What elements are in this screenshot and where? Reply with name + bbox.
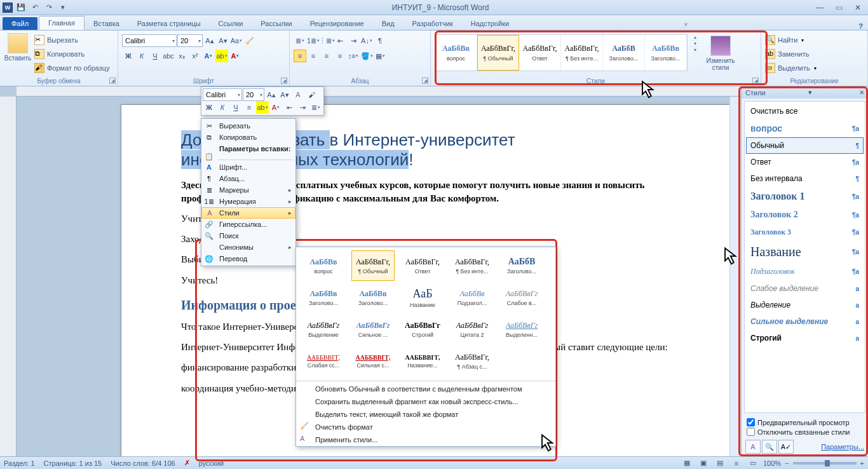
copy-button[interactable]: ⧉Копировать	[34, 47, 110, 61]
ctx-styles[interactable]: AСтили▸	[201, 207, 295, 219]
format-painter-button[interactable]: 🖌Формат по образцу	[34, 61, 110, 75]
ctx-bullets[interactable]: ≣Маркеры▸	[201, 184, 295, 196]
bold-icon[interactable]: Ж	[122, 50, 135, 62]
ctx-copy[interactable]: ⧉Копировать	[201, 132, 295, 143]
styles-launcher[interactable]: ◢	[752, 78, 759, 84]
mini-color-icon[interactable]: A	[269, 101, 282, 114]
close-button[interactable]: ✕	[850, 3, 865, 13]
pane-dropdown-icon[interactable]: ▾	[808, 88, 812, 97]
mini-underline-icon[interactable]: Ч	[229, 101, 242, 114]
submenu-style-tile[interactable]: АаБбВвГг,¶ Без инте...	[451, 250, 494, 281]
clear-formatting-icon[interactable]: 🧹	[243, 34, 256, 47]
gallery-scroll[interactable]: ▴▾▾	[690, 34, 700, 53]
submenu-clear[interactable]: 🧹Очистить формат	[296, 421, 555, 433]
font-size-combo[interactable]: 20▾	[177, 34, 203, 47]
submenu-style-tile[interactable]: АаБбВвГгСильное ...	[351, 314, 395, 344]
submenu-style-tile[interactable]: АаБбВвПодзагол...	[451, 282, 494, 313]
submenu-style-tile[interactable]: АаБбВввопрос	[302, 250, 345, 281]
tab-developer[interactable]: Разработчик	[403, 17, 462, 30]
new-style-button[interactable]: A	[745, 440, 761, 454]
mini-size-combo[interactable]: 20▾	[243, 88, 264, 101]
submenu-style-tile[interactable]: АаБбВвГгВыделенн...	[500, 314, 543, 344]
align-right-icon[interactable]: ≡	[320, 50, 333, 62]
style-inspector-button[interactable]: 🔍	[762, 440, 777, 454]
submenu-style-tile[interactable]: АаБбВвГг,¶ Обычный	[351, 250, 395, 281]
styles-clear-all[interactable]: Очистить все	[746, 103, 864, 119]
pane-close-icon[interactable]: ✕	[859, 89, 864, 96]
numbering-icon[interactable]: 1≣	[307, 34, 320, 47]
disable-linked-checkbox[interactable]: Отключить связанные стили	[747, 428, 863, 436]
text-effects-icon[interactable]: A	[202, 50, 215, 62]
styles-pane-row[interactable]: Слабое выделениеa	[746, 280, 864, 297]
submenu-style-tile[interactable]: АаБбВвГгСлабое в...	[500, 282, 543, 313]
horizontal-ruler[interactable]	[17, 86, 857, 97]
mini-bold-icon[interactable]: Ж	[203, 101, 215, 114]
tab-mailings[interactable]: Рассылки	[252, 17, 301, 30]
restore-button[interactable]: ▭	[831, 3, 846, 13]
select-button[interactable]: ▭Выделить▾	[765, 61, 817, 75]
mini-shrink-icon[interactable]: A▾	[278, 88, 291, 101]
vertical-ruler[interactable]	[0, 97, 17, 456]
styles-pane-row[interactable]: Обычный¶	[746, 137, 864, 154]
mini-styles-icon[interactable]: A	[292, 88, 304, 101]
borders-icon[interactable]: ▦	[374, 50, 386, 62]
superscript-icon[interactable]: x²	[189, 50, 201, 62]
submenu-style-tile[interactable]: ААББВВГГ,Сильная с...	[351, 346, 395, 376]
mini-center-icon[interactable]: ≡	[243, 101, 255, 114]
status-words[interactable]: Число слов: 6/4 106	[111, 459, 175, 467]
preview-checkbox[interactable]: Предварительный просмотр	[747, 418, 863, 426]
mini-grow-icon[interactable]: A▴	[265, 88, 278, 101]
view-read-icon[interactable]: ▣	[697, 457, 710, 470]
view-draft-icon[interactable]: ▭	[747, 457, 759, 470]
styles-pane-list[interactable]: Очистить все вопрос¶aОбычный¶Ответ¶aБез …	[744, 101, 865, 413]
cut-button[interactable]: ✂Вырезать	[34, 33, 110, 47]
save-icon[interactable]: 💾	[15, 2, 27, 13]
submenu-style-tile[interactable]: ААББВВГГ,Название...	[401, 346, 444, 376]
mini-indent-icon[interactable]: ⇥	[296, 101, 309, 114]
styles-pane-row[interactable]: Заголовок 1¶a	[746, 187, 864, 206]
bullets-icon[interactable]: ≣	[294, 34, 306, 47]
style-tile[interactable]: АаБбВвГг,¶ Без инте...	[561, 35, 603, 71]
submenu-style-tile[interactable]: АаБбВвЗаголово...	[351, 282, 395, 313]
undo-icon[interactable]: ↶	[29, 2, 41, 13]
strike-icon[interactable]: abc	[162, 50, 175, 62]
font-launcher[interactable]: ◢	[281, 78, 287, 84]
italic-icon[interactable]: К	[135, 50, 148, 62]
submenu-save-new[interactable]: Сохранить выделенный фрагмент как новый …	[296, 395, 555, 408]
styles-pane-row[interactable]: Без интервала¶	[746, 170, 864, 187]
ctx-hyperlink[interactable]: 🔗Гиперссылка...	[201, 219, 295, 230]
status-page[interactable]: Страница: 1 из 15	[44, 459, 102, 467]
styles-pane-row[interactable]: Ответ¶a	[746, 154, 864, 170]
styles-pane-row[interactable]: Выделениеa	[746, 297, 864, 313]
status-section[interactable]: Раздел: 1	[4, 459, 35, 467]
style-tile[interactable]: АаБбВвГг,Ответ	[519, 35, 561, 71]
justify-icon[interactable]: ≡	[334, 50, 346, 62]
ctx-synonyms[interactable]: Синонимы▸	[201, 241, 295, 253]
zoom-out-icon[interactable]: −	[785, 459, 789, 467]
subscript-icon[interactable]: x₂	[175, 50, 188, 62]
minimize-button[interactable]: ―	[812, 3, 827, 13]
submenu-style-tile[interactable]: АаБбВвГгВыделение	[302, 314, 345, 344]
zoom-slider[interactable]	[793, 462, 857, 465]
multilevel-icon[interactable]: ⋮≣	[320, 34, 333, 47]
styles-options-link[interactable]: Параметры...	[821, 443, 864, 451]
submenu-select-similar[interactable]: Выделить текст, имеющий такой же формат	[296, 408, 555, 421]
ribbon-minimize-icon[interactable]: ⱽ	[684, 22, 688, 30]
tab-insert[interactable]: Вставка	[85, 17, 128, 30]
styles-pane-row[interactable]: вопрос¶a	[746, 119, 864, 137]
styles-pane-row[interactable]: Строгийa	[746, 330, 864, 346]
ctx-translate[interactable]: 🌐Перевод	[201, 253, 295, 264]
submenu-style-tile[interactable]: АаБбВвЗаголово...	[302, 282, 345, 313]
replace-button[interactable]: abЗаменить	[765, 47, 809, 61]
highlight-icon[interactable]: ab	[215, 50, 228, 62]
paste-button[interactable]: Вставить	[4, 32, 32, 63]
vertical-scrollbar[interactable]	[729, 97, 741, 456]
qat-more-icon[interactable]: ▾	[57, 2, 69, 13]
underline-icon[interactable]: Ч	[149, 50, 161, 62]
manage-styles-button[interactable]: A✓	[778, 440, 794, 454]
change-case-icon[interactable]: Aa	[230, 34, 243, 47]
shrink-font-icon[interactable]: A▾	[217, 34, 229, 47]
align-left-icon[interactable]: ≡	[294, 50, 306, 62]
styles-pane-row[interactable]: Название¶a	[746, 241, 864, 263]
line-spacing-icon[interactable]: ↕≡	[347, 50, 360, 62]
